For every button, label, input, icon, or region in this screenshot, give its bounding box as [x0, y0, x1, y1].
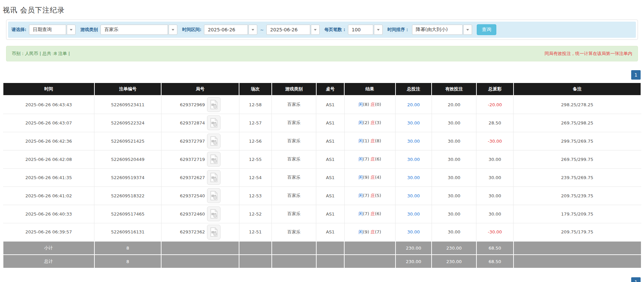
valid-bet-notice-text: 同局有效投注，统一计算在该局第一张注单内: [545, 51, 632, 57]
banker-result-label: 庄: [371, 175, 375, 180]
video-replay-button[interactable]: [207, 97, 221, 112]
game-type: 百家乐: [272, 132, 316, 150]
player-result-score: (7): [363, 211, 369, 216]
subtotal-row: 小计 8 230.00 230.00 68.50: [3, 241, 641, 255]
query-type-value[interactable]: 日期查询: [29, 25, 66, 35]
chevron-down-icon: [377, 29, 380, 31]
bet-time: 2025-06-26 06:39:57: [3, 223, 94, 241]
game-type: 百家乐: [272, 187, 316, 205]
video-replay-button[interactable]: [207, 134, 221, 148]
table-row: 2025-06-26 06:43:07 522609522324 6293728…: [3, 114, 641, 132]
bet-records-table: 时间 注单编号 局号 场次 游戏类别 桌号 结果 总投注 有效投注 总派彩 备注…: [3, 82, 641, 269]
banker-result-score: (3): [375, 120, 381, 125]
date-from-dropdown-button[interactable]: [248, 25, 257, 35]
round-id: 629372719: [180, 157, 205, 162]
per-page-dropdown-button[interactable]: [374, 25, 383, 35]
game-type: 百家乐: [272, 223, 316, 241]
table-no: AS1: [316, 187, 344, 205]
total-bet-link[interactable]: 30.00: [407, 175, 420, 180]
time-sort-dropdown-button[interactable]: [463, 25, 472, 35]
total-bet-link[interactable]: 30.00: [407, 229, 420, 234]
banker-result-score: (6): [375, 211, 381, 216]
col-time: 时间: [3, 83, 94, 95]
table-row: 2025-06-26 06:42:08 522609520449 6293727…: [3, 150, 641, 168]
player-result-label: 闲: [358, 211, 363, 216]
result: 闲(9) 庄(4): [344, 168, 395, 187]
total-bet-link[interactable]: 20.00: [407, 102, 420, 107]
valid-bet: 30.00: [432, 187, 476, 205]
bet-time: 2025-06-26 06:42:36: [3, 132, 94, 150]
valid-bet: 30.00: [432, 205, 476, 223]
date-from-value[interactable]: 2025-06-26: [204, 25, 248, 35]
result: 闲(7) 庄(5): [344, 187, 395, 205]
banker-result-label: 庄: [371, 102, 375, 107]
total-bet-link[interactable]: 30.00: [407, 193, 420, 198]
banker-result-score: (5): [375, 193, 381, 198]
date-from-combobox[interactable]: 2025-06-26: [204, 25, 257, 35]
banker-result-label: 庄: [371, 138, 375, 143]
query-type-dropdown-button[interactable]: [67, 25, 76, 35]
round-id: 629372874: [180, 120, 205, 125]
table-row: 2025-06-26 06:43:43 522609523411 6293729…: [3, 95, 641, 114]
game-type-value[interactable]: 百家乐: [100, 25, 168, 35]
game-type-dropdown-button[interactable]: [169, 25, 177, 35]
table-no: AS1: [316, 114, 344, 132]
table-no: AS1: [316, 205, 344, 223]
col-total-bet: 总投注: [396, 83, 432, 95]
subtotal-count: 8: [94, 241, 162, 255]
total-bet-link[interactable]: 30.00: [407, 157, 420, 162]
col-payout: 总派彩: [476, 83, 514, 95]
round-id: 629372627: [180, 175, 205, 180]
per-page-value[interactable]: 100: [348, 25, 373, 35]
video-record-icon: [209, 118, 218, 128]
date-to-dropdown-button[interactable]: [311, 25, 320, 35]
table-row: 2025-06-26 06:40:33 522609517465 6293724…: [3, 205, 641, 223]
video-record-icon: [209, 136, 218, 146]
page-1-button[interactable]: 1: [631, 277, 641, 282]
col-bet-id: 注单编号: [94, 83, 162, 95]
table-no: AS1: [316, 132, 344, 150]
pagination-bottom: 1: [631, 277, 641, 282]
session-no: 12-57: [239, 114, 271, 132]
bet-time: 2025-06-26 06:41:02: [3, 187, 94, 205]
currency-total-text: 币别：人民币 | 总共 :8 注单 |: [12, 51, 70, 57]
video-replay-button[interactable]: [207, 225, 221, 239]
total-bet-link[interactable]: 30.00: [407, 139, 420, 144]
bet-time: 2025-06-26 06:40:33: [3, 205, 94, 223]
video-replay-button[interactable]: [207, 115, 221, 130]
video-replay-button[interactable]: [207, 152, 221, 167]
date-to-combobox[interactable]: 2025-06-26: [266, 25, 320, 35]
remark: 269.75/299.75: [514, 150, 641, 168]
subtotal-valid-bet: 230.00: [432, 241, 476, 255]
page-1-button[interactable]: 1: [631, 70, 641, 80]
time-sort-value[interactable]: 降幂(由大到小): [412, 25, 463, 35]
per-page-label: 每页笔数 :: [324, 27, 345, 33]
filter-panel: 请选择: 日期查询 游戏类别 百家乐 时间区间: 2025-06-26 ~ 20…: [6, 20, 638, 40]
player-result-score: (2): [363, 120, 369, 125]
valid-bet: 30.00: [432, 132, 476, 150]
game-type-combobox[interactable]: 百家乐: [100, 25, 177, 35]
bet-time: 2025-06-26 06:43:07: [3, 114, 94, 132]
session-no: 12-54: [239, 168, 271, 187]
banker-result-score: (0): [375, 102, 381, 107]
time-sort-combobox[interactable]: 降幂(由大到小): [412, 25, 472, 35]
valid-bet: 30.00: [432, 168, 476, 187]
query-button[interactable]: 查询: [477, 24, 496, 35]
summary-info-bar: 币别：人民币 | 总共 :8 注单 | 同局有效投注，统一计算在该局第一张注单内: [6, 46, 638, 61]
total-bet-link[interactable]: 30.00: [407, 212, 420, 217]
bet-id: 522609522324: [94, 114, 162, 132]
chevron-down-icon: [252, 29, 254, 31]
game-type: 百家乐: [272, 168, 316, 187]
session-no: 12-53: [239, 187, 271, 205]
player-result-score: (1): [363, 138, 369, 143]
per-page-combobox[interactable]: 100: [348, 25, 383, 35]
video-replay-button[interactable]: [207, 170, 221, 185]
query-type-combobox[interactable]: 日期查询: [29, 25, 76, 35]
date-to-value[interactable]: 2025-06-26: [266, 25, 310, 35]
video-replay-button[interactable]: [207, 188, 221, 203]
subtotal-payout: 68.50: [476, 241, 514, 255]
total-bet-link[interactable]: 30.00: [407, 120, 420, 125]
video-replay-button[interactable]: [207, 206, 221, 221]
banker-result-label: 庄: [371, 157, 375, 162]
player-result-score: (7): [363, 193, 369, 198]
